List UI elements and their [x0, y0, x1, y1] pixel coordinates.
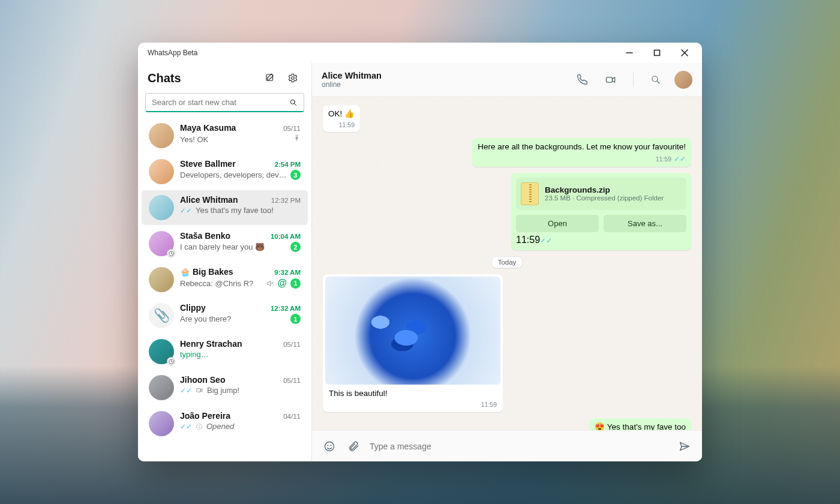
svg-point-19: [328, 445, 328, 445]
read-ticks-icon: ✓✓: [674, 154, 686, 164]
attachment-card[interactable]: Backgrounds.zip 23.5 MB · Compressed (zi…: [511, 173, 691, 250]
message-time: 11:59: [481, 400, 497, 409]
gear-icon: [287, 73, 298, 83]
disappearing-icon: [167, 249, 175, 257]
profile-avatar[interactable]: [674, 71, 692, 89]
window-controls: [616, 43, 698, 62]
message-in[interactable]: OK! 👍 11:59: [323, 105, 360, 132]
conversation-pane: Alice Whitman online OK! 👍 11:59 Here ar…: [312, 63, 702, 461]
send-icon: [679, 440, 691, 452]
avatar: [149, 231, 174, 256]
chat-name: Steve Ballmer: [180, 159, 271, 169]
maximize-button[interactable]: [643, 43, 671, 62]
read-ticks-icon: ✓✓: [180, 386, 192, 395]
chat-name: Staša Benko: [180, 231, 267, 241]
chat-time: 04/11: [283, 413, 301, 420]
message-input[interactable]: [370, 442, 668, 451]
chat-preview: Are you there?: [180, 314, 287, 323]
svg-line-17: [657, 80, 659, 83]
avatar: 📎: [149, 303, 174, 328]
search-icon: [289, 98, 298, 107]
search-field[interactable]: [145, 93, 304, 112]
conversation-header[interactable]: Alice Whitman online: [312, 63, 702, 97]
attachment-open-button[interactable]: Open: [516, 215, 599, 232]
chat-name: Clippy: [180, 303, 267, 313]
muted-icon: [266, 280, 274, 287]
chat-item-steve[interactable]: Steve Ballmer2:54 PM Developers, develop…: [142, 154, 308, 189]
message-time: 11:59: [656, 155, 671, 163]
unread-badge: 1: [290, 278, 301, 289]
video-call-button[interactable]: [601, 70, 621, 90]
emoji-button[interactable]: [322, 440, 337, 452]
svg-rect-1: [655, 50, 660, 56]
svg-text:1: 1: [199, 425, 200, 428]
message-text: 😍 Yes that's my fave too: [595, 422, 686, 430]
chat-item-clippy[interactable]: 📎 Clippy12:32 AM Are you there? 1: [142, 298, 308, 333]
minimize-button[interactable]: [616, 43, 643, 62]
new-chat-button[interactable]: [261, 69, 279, 87]
chat-time: 10:04 AM: [271, 233, 301, 240]
window-title: WhatsApp Beta: [148, 49, 197, 57]
chat-time: 05/11: [283, 125, 301, 132]
close-button[interactable]: [671, 43, 698, 62]
chat-name: 🧁 Big Bakes: [180, 267, 271, 277]
settings-button[interactable]: [284, 69, 302, 87]
chat-name: Maya Kasuma: [180, 123, 280, 133]
paperclip-icon: [347, 440, 359, 452]
chat-name: João Pereira: [180, 411, 280, 421]
chat-item-alice[interactable]: Alice Whitman12:32 PM ✓✓ Yes that's my f…: [142, 190, 308, 225]
message-text: OK! 👍: [328, 109, 355, 118]
chat-item-maya[interactable]: Maya Kasuma05/11 Yes! OK: [142, 118, 308, 153]
svg-point-5: [292, 77, 295, 80]
zip-file-icon: [521, 182, 539, 205]
conversation-name: Alice Whitman: [322, 71, 382, 80]
voice-call-button[interactable]: [572, 70, 592, 90]
chat-time: 05/11: [283, 377, 301, 384]
chat-preview: I can barely hear you 🐻: [180, 242, 287, 251]
date-divider: Today: [491, 256, 523, 268]
chat-time: 12:32 AM: [271, 305, 301, 312]
attachment-meta: 23.5 MB · Compressed (zipped) Folder: [545, 194, 664, 202]
svg-line-7: [294, 103, 296, 105]
unread-badge: 2: [290, 242, 301, 252]
chat-name: Henry Strachan: [180, 339, 280, 349]
chat-name: Alice Whitman: [180, 195, 268, 205]
chat-item-joao[interactable]: João Pereira04/11 ✓✓ 1 Opened: [142, 406, 308, 441]
search-input[interactable]: [152, 98, 284, 107]
chat-preview: Big jump!: [207, 386, 301, 395]
video-icon: [605, 74, 617, 86]
chat-preview: Rebecca: @Chris R?: [180, 279, 263, 288]
chat-item-bigbakes[interactable]: 🧁 Big Bakes 9:32 AM Rebecca: @Chris R? @…: [142, 262, 308, 297]
chat-preview: Yes that's my fave too!: [196, 206, 301, 215]
conversation-search-button[interactable]: [646, 70, 666, 90]
send-button[interactable]: [677, 440, 692, 452]
chat-time: 9:32 AM: [274, 269, 301, 276]
chat-item-stasa[interactable]: Staša Benko10:04 AM I can barely hear yo…: [142, 226, 308, 261]
message-time: 11:59: [339, 121, 355, 129]
divider: [633, 73, 634, 87]
pin-icon: [293, 134, 301, 145]
sidebar-heading: Chats: [148, 71, 256, 85]
svg-point-20: [331, 445, 331, 445]
chat-time: 12:32 PM: [271, 197, 301, 204]
chat-item-jihoon[interactable]: Jihoon Seo05/11 ✓✓ Big jump!: [142, 370, 308, 405]
chat-list[interactable]: Maya Kasuma05/11 Yes! OK Steve Ballmer2:…: [138, 117, 311, 461]
message-out[interactable]: Here are all the backgrounds. Let me kno…: [472, 138, 691, 166]
read-ticks-icon: ✓✓: [180, 206, 192, 215]
composer: [312, 430, 702, 461]
image-message[interactable]: This is beautiful! 11:59: [323, 274, 503, 412]
attach-button[interactable]: [346, 440, 361, 452]
viewonce-icon: 1: [196, 423, 203, 430]
avatar: [149, 195, 174, 220]
avatar: [149, 159, 174, 184]
image-thumbnail[interactable]: [325, 277, 500, 385]
chat-time: 05/11: [283, 341, 301, 348]
message-list[interactable]: OK! 👍 11:59 Here are all the backgrounds…: [312, 97, 702, 430]
mention-icon: @: [277, 278, 287, 289]
message-out[interactable]: 😍 Yes that's my fave too 11:59✓✓: [589, 418, 691, 430]
chat-preview: typing…: [180, 350, 301, 359]
chat-preview: Yes! OK: [180, 135, 289, 144]
attachment-name: Backgrounds.zip: [545, 185, 664, 194]
chat-item-henry[interactable]: Henry Strachan05/11 typing…: [142, 334, 308, 369]
attachment-save-button[interactable]: Save as...: [604, 215, 686, 232]
